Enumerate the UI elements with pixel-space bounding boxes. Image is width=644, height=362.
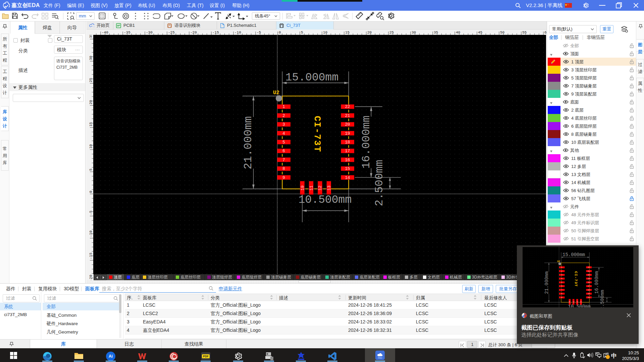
svg-text:30: 30 [412, 31, 416, 35]
svg-text:0: 0 [89, 191, 93, 193]
svg-text:55: 55 [522, 31, 527, 35]
svg-text:25: 25 [89, 78, 93, 82]
svg-text:30: 30 [89, 56, 93, 60]
svg-text:10: 10 [89, 144, 93, 148]
svg-text:10: 10 [323, 31, 327, 35]
svg-text:5: 5 [301, 31, 303, 35]
svg-text:60: 60 [544, 31, 547, 35]
svg-text:15: 15 [345, 31, 350, 35]
svg-text:15: 15 [89, 122, 93, 126]
svg-text:-5: -5 [89, 210, 93, 215]
svg-text:50: 50 [500, 31, 504, 35]
svg-text:-5: -5 [257, 31, 261, 35]
svg-text:45: 45 [478, 31, 482, 35]
svg-text:40: 40 [456, 31, 460, 35]
svg-text:35: 35 [434, 31, 438, 35]
svg-text:25: 25 [389, 31, 394, 35]
svg-text:0: 0 [279, 31, 281, 35]
svg-text:20: 20 [89, 100, 93, 104]
svg-text:35: 35 [89, 35, 93, 38]
svg-text:20: 20 [367, 31, 372, 35]
svg-text:5: 5 [89, 169, 93, 171]
